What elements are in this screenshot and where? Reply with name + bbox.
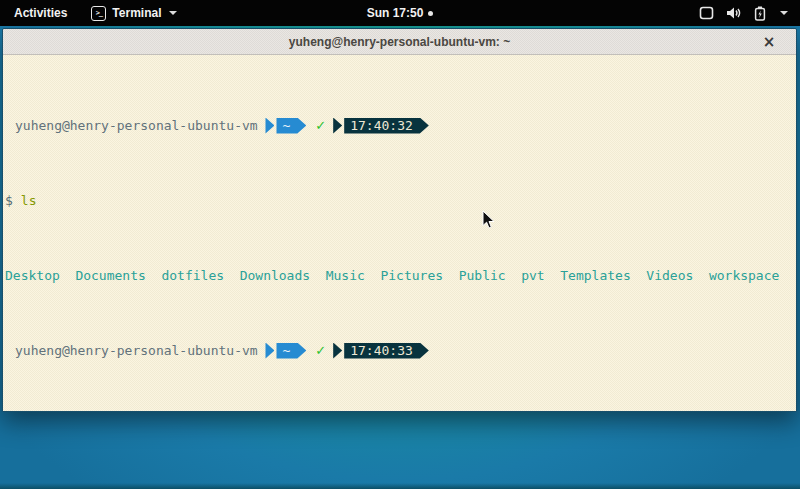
prompt-line: yuheng@henry-personal-ubuntu-vm ~ ✓ 17:4… — [5, 343, 794, 358]
directory-entry: pvt — [521, 268, 544, 283]
directory-entry: Videos — [646, 268, 693, 283]
powerline-arrow-icon — [265, 343, 274, 359]
battery-charging-icon — [754, 6, 766, 21]
directory-entry: Documents — [75, 268, 145, 283]
terminal-content[interactable]: yuheng@henry-personal-ubuntu-vm ~ ✓ 17:4… — [3, 55, 796, 412]
prompt-time: 17:40:32 — [344, 118, 429, 134]
display-icon — [699, 6, 714, 20]
prompt-time: 17:40:33 — [344, 343, 429, 359]
prompt-user-host: yuheng@henry-personal-ubuntu-vm — [5, 343, 258, 358]
directory-entry: Music — [326, 268, 365, 283]
prompt-time-segment: 17:40:33 — [333, 343, 429, 359]
prompt-symbol: $ — [5, 193, 13, 208]
clock-button[interactable]: Sun 17:50 — [367, 6, 434, 20]
prompt-path: ~ — [276, 343, 306, 359]
clock-label: Sun 17:50 — [367, 6, 424, 20]
terminal-icon: >_ — [91, 6, 106, 21]
prompt-path-segment: ~ — [265, 343, 306, 359]
prompt-path: ~ — [276, 118, 306, 134]
chevron-down-icon — [780, 11, 788, 15]
activities-button[interactable]: Activities — [0, 0, 81, 26]
directory-entry: workspace — [709, 268, 779, 283]
prompt-path-segment: ~ — [265, 118, 306, 134]
command-text: ls — [21, 193, 37, 208]
directory-entry: dotfiles — [161, 268, 224, 283]
gnome-top-bar: Activities >_ Terminal Sun 17:50 — [0, 0, 800, 26]
prompt-time-segment: 17:40:32 — [333, 118, 429, 134]
directory-entry: Public — [459, 268, 506, 283]
directory-entry: Templates — [560, 268, 630, 283]
directory-entry: Pictures — [380, 268, 443, 283]
chevron-down-icon — [169, 11, 177, 15]
powerline-arrow-icon — [265, 118, 274, 134]
prompt-line: yuheng@henry-personal-ubuntu-vm ~ ✓ 17:4… — [5, 118, 794, 133]
app-menu-label: Terminal — [112, 6, 161, 20]
powerline-arrow-icon — [333, 118, 342, 134]
status-check-icon: ✓ — [315, 343, 326, 358]
directory-entry: Desktop — [5, 268, 60, 283]
prompt-user-host: yuheng@henry-personal-ubuntu-vm — [5, 118, 258, 133]
volume-icon — [726, 6, 742, 20]
powerline-arrow-icon — [333, 343, 342, 359]
command-line: $ ls — [5, 193, 794, 208]
system-status-area[interactable] — [687, 0, 800, 26]
directory-entry: Downloads — [240, 268, 310, 283]
terminal-window: yuheng@henry-personal-ubuntu-vm: ~ × yuh… — [2, 28, 797, 412]
window-titlebar[interactable]: yuheng@henry-personal-ubuntu-vm: ~ × — [3, 29, 796, 55]
notification-dot-icon — [428, 11, 433, 16]
close-button[interactable]: × — [758, 29, 780, 54]
app-menu-terminal[interactable]: >_ Terminal — [81, 0, 187, 26]
window-title: yuheng@henry-personal-ubuntu-vm: ~ — [289, 35, 510, 49]
status-check-icon: ✓ — [315, 118, 326, 133]
ls-output-line: DesktopDocumentsdotfilesDownloadsMusicPi… — [5, 268, 794, 283]
